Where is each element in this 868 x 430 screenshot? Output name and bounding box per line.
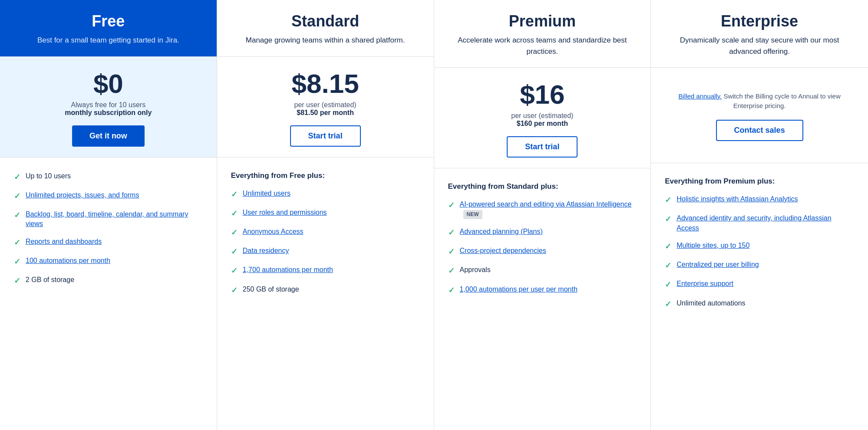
feature-content-standard-5: 250 GB of storage [243, 285, 299, 294]
feature-content-premium-3: Approvals [460, 265, 491, 275]
feature-content-standard-0: Unlimited users [243, 189, 290, 198]
feature-content-free-3: Reports and dashboards [26, 237, 102, 246]
feature-link-standard-4[interactable]: 1,700 automations per month [243, 266, 333, 273]
feature-item-standard-0: ✓ Unlimited users [231, 189, 420, 200]
check-icon: ✓ [14, 191, 20, 202]
plan-description-enterprise: Dynamically scale and stay secure with o… [665, 35, 854, 57]
cta-button-enterprise[interactable]: Contact sales [716, 120, 803, 141]
feature-link-standard-0[interactable]: Unlimited users [243, 190, 290, 197]
features-heading-enterprise: Everything from Premium plus: [665, 177, 854, 186]
feature-link-enterprise-2[interactable]: Multiple sites, up to 150 [677, 242, 749, 249]
plan-features-premium: Everything from Standard plus: ✓ AI-powe… [434, 168, 651, 430]
feature-content-standard-1: User roles and permissions [243, 208, 327, 217]
feature-item-enterprise-5: ✓ Unlimited automations [665, 299, 854, 310]
feature-content-free-5: 2 GB of storage [26, 275, 74, 285]
feature-item-standard-4: ✓ 1,700 automations per month [231, 265, 420, 276]
plan-header-free: Free Best for a small team getting start… [0, 0, 217, 57]
feature-content-free-0: Up to 10 users [26, 171, 71, 181]
check-icon: ✓ [665, 299, 671, 310]
plan-features-enterprise: Everything from Premium plus: ✓ Holistic… [651, 163, 868, 430]
feature-item-free-4: ✓ 100 automations per month [14, 256, 203, 267]
feature-content-enterprise-0: Holistic insights with Atlassian Analyti… [677, 194, 798, 204]
feature-link-free-2[interactable]: Backlog, list, board, timeline, calendar… [26, 210, 188, 227]
enterprise-billing-link[interactable]: Billed annually. [678, 92, 722, 100]
plan-description-standard: Manage growing teams within a shared pla… [231, 35, 420, 46]
feature-link-free-4[interactable]: 100 automations per month [26, 257, 110, 264]
plan-name-standard: Standard [231, 12, 420, 30]
feature-content-free-2: Backlog, list, board, timeline, calendar… [26, 210, 203, 229]
price-note-free: Always free for 10 usersmonthly subscrip… [65, 101, 152, 117]
feature-item-premium-2: ✓ Cross-project dependencies [448, 246, 637, 257]
plan-pricing-free: $0Always free for 10 usersmonthly subscr… [0, 57, 217, 158]
check-icon: ✓ [448, 227, 455, 238]
feature-item-free-1: ✓ Unlimited projects, issues, and forms [14, 190, 203, 202]
plan-col-premium: Premium Accelerate work across teams and… [434, 0, 651, 430]
feature-item-free-0: ✓ Up to 10 users [14, 171, 203, 183]
price-sub-standard: per user (estimated)$81.50 per month [294, 101, 356, 117]
check-icon: ✓ [665, 241, 671, 252]
plan-pricing-premium: $16per user (estimated)$160 per monthSta… [434, 68, 651, 168]
cta-button-free[interactable]: Get it now [72, 125, 145, 147]
feature-item-enterprise-4: ✓ Enterprise support [665, 279, 854, 290]
price-amount-premium: $16 [520, 80, 564, 109]
plan-description-premium: Accelerate work across teams and standar… [448, 35, 637, 57]
feature-link-premium-0[interactable]: AI-powered search and editing via Atlass… [460, 200, 632, 208]
plan-header-standard: Standard Manage growing teams within a s… [217, 0, 434, 57]
check-icon: ✓ [665, 260, 671, 271]
feature-text-free-5: 2 GB of storage [26, 276, 74, 283]
feature-content-free-1: Unlimited projects, issues, and forms [26, 190, 139, 200]
feature-link-standard-3[interactable]: Data residency [243, 247, 289, 254]
check-icon: ✓ [14, 172, 20, 183]
feature-item-enterprise-1: ✓ Advanced identity and security, includ… [665, 213, 854, 233]
feature-content-standard-4: 1,700 automations per month [243, 265, 333, 275]
feature-content-premium-4: 1,000 automations per user per month [460, 285, 578, 294]
feature-link-premium-2[interactable]: Cross-project dependencies [460, 247, 546, 254]
feature-content-enterprise-2: Multiple sites, up to 150 [677, 241, 749, 250]
feature-item-enterprise-2: ✓ Multiple sites, up to 150 [665, 241, 854, 252]
feature-text-standard-5: 250 GB of storage [243, 286, 299, 293]
feature-item-standard-2: ✓ Anonymous Access [231, 227, 420, 238]
check-icon: ✓ [665, 279, 671, 290]
check-icon: ✓ [231, 227, 238, 238]
feature-link-free-1[interactable]: Unlimited projects, issues, and forms [26, 191, 139, 199]
feature-content-standard-3: Data residency [243, 246, 289, 256]
feature-content-enterprise-5: Unlimited automations [677, 299, 745, 308]
feature-content-standard-2: Anonymous Access [243, 227, 304, 236]
feature-content-premium-0: AI-powered search and editing via Atlass… [460, 200, 637, 219]
feature-item-free-2: ✓ Backlog, list, board, timeline, calend… [14, 210, 203, 229]
feature-link-standard-2[interactable]: Anonymous Access [243, 228, 304, 235]
feature-content-enterprise-3: Centralized per user billing [677, 260, 759, 269]
feature-link-premium-4[interactable]: 1,000 automations per user per month [460, 286, 578, 293]
feature-text-enterprise-5: Unlimited automations [677, 299, 745, 307]
plan-col-free: Free Best for a small team getting start… [0, 0, 217, 430]
feature-content-enterprise-1: Advanced identity and security, includin… [677, 213, 854, 233]
feature-content-enterprise-4: Enterprise support [677, 279, 733, 289]
feature-link-enterprise-0[interactable]: Holistic insights with Atlassian Analyti… [677, 195, 798, 203]
plan-features-free: ✓ Up to 10 users ✓ Unlimited projects, i… [0, 158, 217, 430]
feature-link-premium-1[interactable]: Advanced planning (Plans) [460, 228, 543, 235]
feature-item-free-5: ✓ 2 GB of storage [14, 275, 203, 286]
feature-item-free-3: ✓ Reports and dashboards [14, 237, 203, 248]
feature-link-enterprise-1[interactable]: Advanced identity and security, includin… [677, 214, 831, 231]
check-icon: ✓ [231, 208, 238, 219]
feature-content-premium-1: Advanced planning (Plans) [460, 227, 543, 236]
check-icon: ✓ [231, 189, 238, 200]
plan-header-premium: Premium Accelerate work across teams and… [434, 0, 651, 68]
plan-name-enterprise: Enterprise [665, 12, 854, 30]
check-icon: ✓ [14, 276, 20, 286]
feature-link-enterprise-4[interactable]: Enterprise support [677, 280, 733, 287]
cta-button-standard[interactable]: Start trial [290, 125, 361, 147]
feature-text-free-0: Up to 10 users [26, 172, 71, 180]
feature-link-enterprise-3[interactable]: Centralized per user billing [677, 261, 759, 268]
enterprise-billing: Billed annually. Switch the Billing cycl… [665, 92, 854, 111]
feature-item-premium-0: ✓ AI-powered search and editing via Atla… [448, 200, 637, 219]
check-icon: ✓ [231, 246, 238, 257]
pricing-table: Free Best for a small team getting start… [0, 0, 868, 430]
plan-col-enterprise: Enterprise Dynamically scale and stay se… [651, 0, 868, 430]
check-icon: ✓ [14, 210, 20, 221]
feature-link-standard-1[interactable]: User roles and permissions [243, 209, 327, 216]
feature-item-standard-5: ✓ 250 GB of storage [231, 285, 420, 296]
cta-button-premium[interactable]: Start trial [507, 136, 578, 158]
feature-link-free-3[interactable]: Reports and dashboards [26, 238, 102, 245]
plan-name-free: Free [14, 12, 203, 30]
